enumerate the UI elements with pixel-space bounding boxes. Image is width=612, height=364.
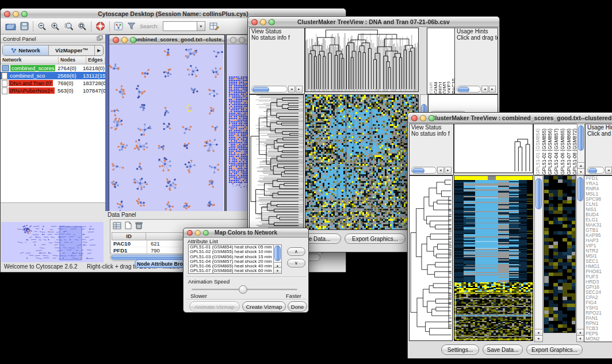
network-table-row[interactable]: tRNAPuberNov2+ 563(0) 107847(0) xyxy=(1,87,105,94)
heatmap-canvas[interactable] xyxy=(454,175,533,341)
secondary-heatmap-canvas[interactable] xyxy=(544,175,576,333)
network-table-row[interactable]: DNA and Tran 07 769(0) 183728(0) xyxy=(1,79,105,87)
column-label[interactable]: GIM3 xyxy=(442,28,446,94)
scrollbar-thumb[interactable] xyxy=(578,125,584,151)
tab-overflow-arrow[interactable]: ▶ xyxy=(94,45,103,55)
treeview2-titlebar[interactable]: ClusterMaker TreeView : combined_scores_… xyxy=(408,113,612,123)
column-label[interactable]: GIM5 xyxy=(429,28,433,94)
scrollbar-track[interactable] xyxy=(411,167,437,174)
open-file-icon[interactable] xyxy=(5,22,16,30)
help-icon[interactable] xyxy=(95,21,105,31)
zoom-fit-icon[interactable] xyxy=(78,22,87,31)
scrollbar-track[interactable] xyxy=(587,167,605,174)
move-down-button[interactable]: ∨ xyxy=(287,259,305,267)
network-table-row[interactable]: combined_sco 2569(6) 13112(15) xyxy=(1,72,105,79)
scrollbar-thumb[interactable] xyxy=(588,168,597,174)
column-dendrogram-canvas[interactable] xyxy=(454,124,533,173)
close-icon[interactable] xyxy=(411,115,418,121)
scroll-down-icon[interactable]: ▾ xyxy=(577,335,584,342)
animate-vizmap-button[interactable]: Animate Vizmap xyxy=(189,301,240,312)
tab-network[interactable]: Network xyxy=(3,45,48,55)
treeview1-titlebar[interactable]: ClusterMaker TreeView : DNA and Tran 07-… xyxy=(248,17,499,27)
scroll-up-icon[interactable]: ▴ xyxy=(535,329,542,335)
search-input[interactable]: ▾ xyxy=(163,21,205,31)
network-overview-panel[interactable] xyxy=(1,222,104,262)
network-view-1-titlebar[interactable]: combined_scores_good.txt--cluste... xyxy=(109,35,224,44)
minimize-icon[interactable] xyxy=(420,115,426,121)
zoom-out-icon[interactable] xyxy=(37,22,47,31)
scroll-left-icon[interactable]: ◂ xyxy=(605,167,612,174)
gene-label[interactable]: MON2 xyxy=(586,336,612,342)
scroll-left-icon[interactable]: ◂ xyxy=(288,86,295,93)
scroll-down-icon[interactable]: ▾ xyxy=(535,335,542,342)
column-header[interactable]: Network xyxy=(1,57,59,64)
close-icon[interactable] xyxy=(113,37,119,43)
close-icon[interactable] xyxy=(187,230,193,236)
heatmap-canvas[interactable] xyxy=(305,94,419,230)
scroll-up-icon[interactable]: ▴ xyxy=(577,329,584,335)
column-label[interactable]: GIM4 xyxy=(433,28,437,94)
new-attribute-icon[interactable] xyxy=(125,221,132,231)
scroll-right-icon[interactable]: ▸ xyxy=(445,167,452,174)
column-label[interactable]: GPL51-03 (GSM856) xyxy=(547,124,553,175)
scroll-down-icon[interactable]: ▾ xyxy=(577,168,584,175)
scrollbar-thumb[interactable] xyxy=(274,246,281,261)
usage-hints-scrollbar[interactable]: ◂ ▸ xyxy=(587,167,612,173)
heatmap-vscrollbar[interactable]: ▴ ▾ xyxy=(534,175,543,342)
labels-vscrollbar[interactable]: ▴ ▾ xyxy=(577,124,585,175)
id-column-header[interactable]: ID xyxy=(112,233,146,240)
float-panel-icon[interactable] xyxy=(97,35,103,42)
zoom-selected-icon[interactable] xyxy=(64,22,74,31)
done-button[interactable]: Done xyxy=(288,301,307,312)
row-dendrogram-canvas[interactable] xyxy=(249,94,304,230)
attribute-list[interactable]: GPL51-01 (GSM854) heat shock 05 minGPL51… xyxy=(188,244,274,274)
tab-vizmapper[interactable]: VizMapper™ xyxy=(48,45,94,55)
column-label[interactable]: GPL51-02 (GSM855) xyxy=(541,124,547,175)
column-header[interactable]: Nodes xyxy=(59,57,86,64)
zoom-window-icon[interactable] xyxy=(203,230,209,236)
network-table-row[interactable]: combined_scores 2764(0) 16218(0) xyxy=(1,64,105,72)
slider-thumb[interactable] xyxy=(239,285,247,294)
filter-icon[interactable] xyxy=(127,22,136,30)
scroll-up-icon[interactable]: ▴ xyxy=(577,162,584,168)
scrollbar-thumb[interactable] xyxy=(577,177,583,201)
combo-arrow-icon[interactable]: ▾ xyxy=(197,22,205,30)
usage-hints-scrollbar[interactable]: ◂ ▸ xyxy=(457,86,496,92)
view-status-scrollbar[interactable]: ◂ ▸ xyxy=(251,86,303,92)
minimize-icon[interactable] xyxy=(239,37,245,43)
zoom-window-icon[interactable] xyxy=(21,11,28,17)
export-graphics-button[interactable]: Export Graphics... xyxy=(526,344,583,355)
column-label[interactable]: GPL51-06 (GSM865) xyxy=(560,124,565,175)
column-header[interactable]: Edges xyxy=(86,57,105,64)
zoom-window-icon[interactable] xyxy=(269,19,275,25)
network-view-icon[interactable] xyxy=(114,22,123,30)
select-attributes-icon[interactable] xyxy=(113,222,121,231)
move-up-button[interactable]: ∧ xyxy=(287,247,305,256)
scroll-right-icon[interactable]: ▸ xyxy=(296,86,303,93)
scrollbar-track[interactable] xyxy=(457,86,481,93)
scroll-left-icon[interactable]: ◂ xyxy=(481,86,488,93)
delete-attribute-icon[interactable] xyxy=(135,221,143,231)
settings-button[interactable]: Settings... xyxy=(441,344,479,355)
network-graph-canvas[interactable] xyxy=(109,44,223,211)
export-graphics-button[interactable]: Export Graphics... xyxy=(345,233,406,244)
minimize-icon[interactable] xyxy=(195,230,201,236)
close-icon[interactable] xyxy=(230,37,236,43)
scrollbar-thumb[interactable] xyxy=(458,87,469,93)
scrollbar-thumb[interactable] xyxy=(536,178,542,209)
scrollbar-track[interactable] xyxy=(251,86,288,93)
scrollbar-thumb[interactable] xyxy=(412,168,424,174)
gene-list-vscrollbar[interactable]: ▴ ▾ xyxy=(576,175,584,342)
column-dendrogram-canvas[interactable] xyxy=(305,28,419,92)
scroll-down-icon[interactable]: ▾ xyxy=(274,267,281,273)
scrollbar-thumb[interactable] xyxy=(253,87,269,93)
save-icon[interactable] xyxy=(20,22,29,30)
zoom-in-icon[interactable] xyxy=(51,22,60,31)
zoom-window-icon[interactable] xyxy=(429,115,435,121)
close-icon[interactable] xyxy=(251,19,258,25)
column-label[interactable]: GPL51-07 (GSM868) xyxy=(566,124,572,175)
column-label[interactable]: GPL51-01 (GSM854) xyxy=(535,124,541,175)
attribute-list-item[interactable]: GPL51-07 (GSM868) heat shock 60 min xyxy=(189,269,274,273)
scroll-left-icon[interactable]: ◂ xyxy=(437,167,444,174)
window-controls[interactable] xyxy=(4,11,28,17)
